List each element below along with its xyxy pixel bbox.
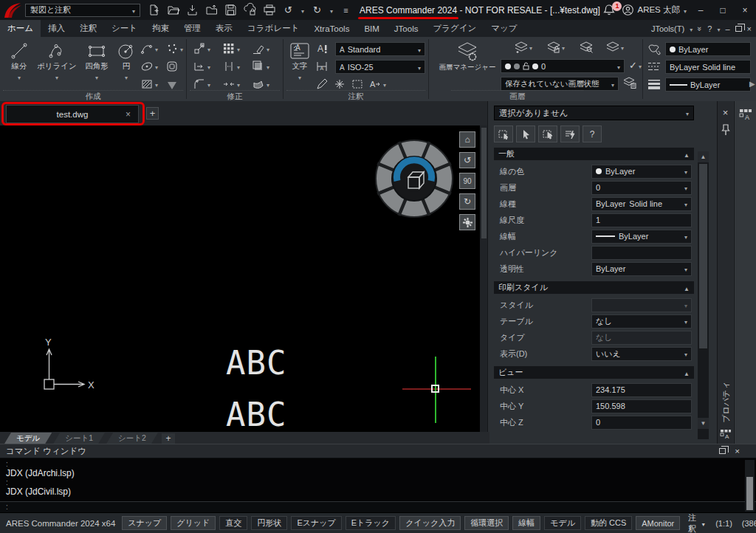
drawing-canvas[interactable]: ABC ABC ABCDEF Y X bbox=[0, 125, 480, 432]
split-tool[interactable] bbox=[222, 61, 240, 72]
align-tool[interactable] bbox=[222, 78, 240, 90]
ribbon-tab[interactable]: 表示 bbox=[208, 20, 240, 37]
move-tool[interactable] bbox=[193, 43, 210, 55]
document-tab-close-icon[interactable]: × bbox=[126, 109, 131, 120]
sheet-tab[interactable]: + bbox=[162, 433, 175, 444]
status-toggle-button[interactable]: 動的 CCS bbox=[585, 516, 632, 530]
mdi-minimize-button[interactable]: – bbox=[725, 24, 729, 33]
point-caret-icon[interactable] bbox=[180, 44, 183, 54]
status-toggle-button[interactable]: モデル bbox=[544, 516, 581, 530]
hatch-tool[interactable] bbox=[140, 78, 158, 90]
polygon-tool[interactable] bbox=[165, 61, 179, 72]
hatch-caret-icon[interactable] bbox=[155, 79, 158, 89]
navigation-wheel[interactable] bbox=[373, 137, 456, 220]
palette-dock-icon[interactable]: A bbox=[739, 109, 752, 120]
property-field[interactable]: ByLayer Solid line bbox=[591, 197, 692, 211]
help-caret-icon[interactable] bbox=[717, 24, 720, 33]
save-icon[interactable] bbox=[224, 4, 237, 16]
arc-tool[interactable] bbox=[140, 43, 158, 55]
layer-lock-tool[interactable] bbox=[547, 41, 565, 53]
home-view-button[interactable]: ⌂ bbox=[459, 131, 475, 148]
ares-logo-icon[interactable] bbox=[0, 0, 25, 20]
split-caret-icon[interactable] bbox=[237, 61, 240, 72]
open-file-icon[interactable] bbox=[167, 4, 179, 16]
text-flip-tool[interactable]: A bbox=[368, 78, 386, 90]
text-style-dropdown[interactable]: Standard bbox=[335, 42, 425, 56]
layer-state-dropdown[interactable]: 保存されていない画層状態 bbox=[501, 77, 619, 91]
layer-manager-button[interactable]: 画層マネージャー bbox=[439, 41, 495, 72]
command-window-header[interactable]: コマンド ウィンドウ × bbox=[0, 444, 756, 458]
status-toggle-button[interactable]: 線幅 bbox=[512, 516, 540, 530]
match-properties-caret-icon[interactable] bbox=[267, 79, 269, 89]
dimension-style-dropdown[interactable]: ISO-25 bbox=[335, 60, 425, 74]
section-general[interactable]: 一般 bbox=[494, 148, 694, 160]
ribbon-tab[interactable]: 管理 bbox=[176, 20, 208, 37]
undo-icon[interactable]: ↺ bbox=[282, 4, 295, 16]
mdi-restore-button[interactable] bbox=[735, 26, 742, 32]
point-tool[interactable] bbox=[165, 43, 183, 55]
scroll-up-icon[interactable]: ▲ bbox=[698, 151, 709, 162]
erase-tool[interactable] bbox=[252, 43, 269, 55]
shade-tool[interactable] bbox=[252, 61, 269, 72]
command-scrollbar-thumb[interactable] bbox=[746, 477, 753, 510]
property-field[interactable]: 0 bbox=[591, 416, 692, 430]
polyline-button[interactable]: ポリライン bbox=[35, 41, 78, 82]
rotate-cw-button[interactable]: ↻ bbox=[459, 193, 475, 210]
layer-apply-tool[interactable] bbox=[629, 60, 642, 71]
status-toggle-button[interactable]: スナップ bbox=[122, 516, 167, 530]
ribbon-tab[interactable]: マップ bbox=[484, 20, 524, 37]
panel-close-icon[interactable]: × bbox=[723, 107, 729, 118]
command-scrollbar[interactable] bbox=[745, 460, 755, 512]
lineweight-dropdown[interactable]: ByLayer bbox=[665, 78, 751, 92]
property-field[interactable]: ByLayer bbox=[591, 230, 692, 244]
color-dropdown[interactable]: ByLayer bbox=[665, 42, 751, 56]
layer-states-tool[interactable] bbox=[606, 41, 624, 53]
panel-scrollbar[interactable]: ▲ ▼ bbox=[698, 151, 709, 439]
property-field[interactable]: 0 bbox=[591, 181, 692, 195]
selection-filter-dropdown[interactable]: 選択がありません bbox=[494, 106, 694, 120]
command-history[interactable]: : JDX (JdArchi.lsp) : JDX (JdCivil.lsp) bbox=[0, 458, 756, 498]
linestyle-dropdown[interactable]: ByLayer Solid line bbox=[665, 60, 751, 74]
match-properties-tool[interactable] bbox=[252, 78, 269, 90]
ribbon-overflow-icon[interactable]: ▶ bbox=[749, 80, 755, 88]
apply-caret-icon[interactable] bbox=[639, 61, 642, 71]
collapse-icon[interactable] bbox=[684, 150, 690, 159]
export-icon[interactable] bbox=[205, 4, 218, 16]
status-toggle-button[interactable]: クイック入力 bbox=[399, 516, 461, 530]
circle-button[interactable]: 円 bbox=[115, 41, 137, 82]
dimension-style-tool[interactable]: A bbox=[315, 61, 329, 72]
pattern-caret-icon[interactable] bbox=[237, 44, 240, 54]
new-file-icon[interactable] bbox=[148, 4, 160, 16]
text-flip-caret-icon[interactable] bbox=[383, 79, 386, 89]
help-menu[interactable]: ? bbox=[707, 24, 712, 33]
status-toggle-button[interactable]: AMonitor bbox=[636, 516, 680, 530]
ellipse-tool[interactable] bbox=[140, 61, 158, 72]
status-toggle-button[interactable]: Eスナップ bbox=[291, 516, 341, 530]
annotative-scale-tool[interactable] bbox=[315, 78, 329, 90]
ribbon-tab[interactable]: プラグイン bbox=[425, 20, 484, 37]
cloud-lock-icon[interactable] bbox=[244, 4, 256, 16]
minimize-button[interactable]: – bbox=[693, 3, 709, 18]
layer-new-caret-icon[interactable] bbox=[529, 42, 532, 52]
stretch-caret-icon[interactable] bbox=[207, 61, 210, 72]
ribbon-tab[interactable]: XtraTools bbox=[306, 20, 357, 37]
mdi-close-button[interactable]: × bbox=[747, 24, 752, 33]
canvas-scrollbar-thumb[interactable] bbox=[481, 128, 487, 238]
command-close-icon[interactable]: × bbox=[735, 447, 740, 455]
document-tab[interactable]: test.dwg × bbox=[6, 105, 139, 123]
properties-palette-icon[interactable]: A bbox=[720, 429, 732, 439]
ribbon-tab[interactable]: BIM bbox=[357, 20, 386, 37]
fillet-tool[interactable] bbox=[193, 78, 210, 90]
command-float-icon[interactable] bbox=[719, 448, 726, 454]
property-field[interactable]: なし bbox=[591, 331, 692, 345]
property-field[interactable]: なし bbox=[591, 314, 692, 329]
view-settings-button[interactable] bbox=[459, 214, 475, 230]
property-field[interactable]: ByLayer bbox=[591, 165, 692, 179]
pattern-tool[interactable] bbox=[222, 43, 240, 55]
select-matching-button[interactable] bbox=[538, 125, 557, 142]
layer-state-save-tool[interactable] bbox=[623, 77, 636, 89]
ribbon-tab[interactable]: コラボレート bbox=[240, 20, 306, 37]
text-style-tool[interactable]: A bbox=[315, 43, 329, 55]
annotation-scale-dropdown[interactable]: 注釈 bbox=[688, 512, 706, 533]
ribbon-tab[interactable]: 挿入 bbox=[41, 20, 72, 37]
